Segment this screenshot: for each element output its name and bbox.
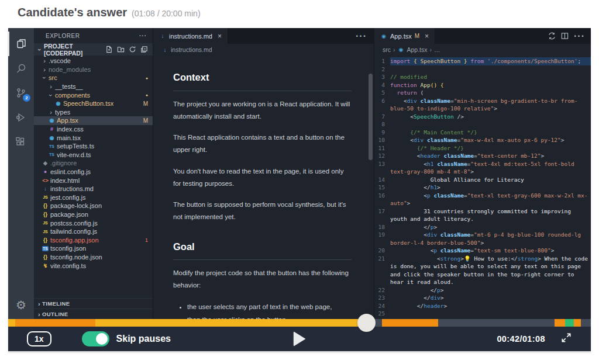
tab-instructions[interactable]: ↓ instructions.md ×: [153, 28, 228, 44]
file-item-index.css[interactable]: #index.css: [34, 125, 153, 134]
file-item-vite.config.ts[interactable]: ↯vite.config.ts: [34, 261, 153, 270]
file-item-App.tsx[interactable]: ◉App.tsxM: [34, 116, 153, 125]
search-icon[interactable]: [8, 56, 34, 81]
breadcrumb[interactable]: src› ◉ App.tsx› …: [374, 44, 591, 56]
file-item-instructions.md[interactable]: ↓instructions.md: [34, 185, 153, 193]
file-item-package-lock.json[interactable]: {}package-lock.json: [34, 202, 153, 210]
code-line-25: 25: [374, 310, 591, 318]
scrubber-handle[interactable]: [357, 314, 376, 332]
more-actions-icon[interactable]: ···: [574, 31, 585, 41]
code-text: </h1>: [390, 183, 591, 192]
chevron-down-icon: ›: [36, 47, 43, 53]
code-text: function App() {: [390, 81, 591, 89]
file-item-eslint.config.js[interactable]: ●eslint.config.js: [34, 168, 153, 176]
playback-speed-button[interactable]: 1x: [27, 331, 51, 346]
chevron-right-icon: ›: [48, 109, 54, 116]
tab-label: instructions.md: [169, 33, 212, 40]
code-line-14: 14 Global Alliance for Literacy: [374, 176, 591, 184]
file-item-tsconfig.app.json[interactable]: {}tsconfig.app.json1: [34, 235, 153, 244]
modified-dot-badge: ●: [146, 93, 148, 97]
file-item-setupTests.ts[interactable]: TSsetupTests.ts: [34, 142, 153, 151]
file-item-package.json[interactable]: {}package.json: [34, 210, 153, 219]
close-icon[interactable]: ×: [218, 32, 222, 40]
activity-segment: [565, 319, 574, 327]
project-section-header[interactable]: › PROJECT [CODERPAD]: [34, 43, 153, 56]
file-item-node_modules[interactable]: ›node_modules: [34, 65, 153, 74]
file-item-types[interactable]: ›types: [34, 108, 153, 117]
file-label: __tests__: [55, 83, 83, 90]
line-number: 8: [374, 120, 390, 129]
instructions-editor-pane: ↓ instructions.md × ··· ↓ instructions.m…: [153, 28, 374, 319]
file-item-src[interactable]: ›src●: [34, 74, 153, 82]
line-number: 19: [374, 231, 390, 247]
video-player: 2 ⚙ EXPLORER ··· › PROJECT [CODERPAD]: [8, 28, 591, 351]
source-control-icon[interactable]: 2: [8, 81, 34, 105]
timeline-section[interactable]: ›TIMELINE: [34, 298, 153, 308]
file-item-__tests__[interactable]: ›__tests__: [34, 82, 153, 91]
file-item-tsconfig.node.json[interactable]: {}tsconfig.node.json: [34, 253, 153, 262]
file-item-tsconfig.json[interactable]: TStsconfig.json: [34, 244, 153, 253]
outline-section[interactable]: ›OUTLINE: [34, 308, 153, 319]
file-item-jest.config.js[interactable]: JSjest.config.js: [34, 193, 153, 202]
activity-segment: [574, 319, 581, 327]
new-file-icon[interactable]: [105, 46, 113, 53]
sidebar-bottom-sections: ›TIMELINE ›OUTLINE: [34, 298, 153, 319]
tab-app[interactable]: ◉ App.tsx M ×: [374, 28, 435, 44]
file-item-.gitignore[interactable]: ◈.gitignore: [34, 159, 153, 168]
file-label: components: [55, 92, 90, 99]
code-text: return (: [390, 89, 591, 97]
file-label: package-lock.json: [50, 202, 102, 209]
fullscreen-icon[interactable]: [560, 332, 572, 346]
file-label: types: [55, 109, 70, 116]
explorer-more-icon[interactable]: ···: [139, 33, 147, 39]
file-item-main.tsx[interactable]: ◉main.tsx: [34, 133, 153, 142]
ts-file-icon: TS: [48, 152, 56, 157]
js-file-icon: JS: [42, 195, 49, 199]
open-changes-icon[interactable]: [548, 32, 556, 40]
close-icon[interactable]: ×: [425, 32, 429, 40]
explorer-icon[interactable]: [8, 32, 34, 56]
file-label: tsconfig.json: [50, 245, 86, 252]
file-item-tailwind.config.js[interactable]: JStailwind.config.js: [34, 227, 153, 236]
play-button[interactable]: [294, 331, 306, 346]
code-line-18: 18 </p>: [374, 223, 591, 231]
instructions-document: ContextThe project you are working on is…: [153, 56, 374, 319]
collapse-all-icon[interactable]: [140, 46, 148, 53]
code-editor[interactable]: 1import { SpeechButton } from './compone…: [374, 56, 591, 319]
activity-bar: 2 ⚙: [8, 28, 34, 319]
scrollbar-thumb[interactable]: [369, 74, 373, 160]
breadcrumb[interactable]: ↓ instructions.md: [153, 44, 374, 56]
code-line-19: 19 <div className="mt-6 p-4 bg-blue-100 …: [374, 231, 591, 247]
new-folder-icon[interactable]: [117, 46, 125, 53]
file-label: index.html: [50, 177, 80, 184]
activity-segment: [382, 319, 438, 327]
file-item-components[interactable]: ›components●: [34, 91, 153, 99]
code-text: <strong>💡 How to use:</strong> When the …: [390, 255, 591, 286]
react-file-icon: ◉: [380, 33, 387, 39]
skip-pauses-toggle[interactable]: [82, 331, 109, 346]
more-actions-icon[interactable]: ···: [356, 28, 374, 44]
code-text: Global Alliance for Literacy: [390, 176, 591, 184]
code-text: [390, 120, 591, 129]
code-line-15: 15 </h1>: [374, 183, 591, 192]
file-item-SpeechButton.tsx[interactable]: ◉SpeechButton.tsxM: [34, 99, 153, 108]
video-progress-bar[interactable]: [8, 319, 591, 327]
line-number: 3: [374, 73, 390, 81]
doc-paragraph: This React application contains a text a…: [173, 131, 352, 157]
extensions-icon[interactable]: [8, 130, 34, 154]
file-item-.vscode[interactable]: ›.vscode: [34, 57, 153, 65]
file-label: setupTests.ts: [57, 143, 94, 150]
code-text: <p className="text-xl text-gray-600 max-…: [390, 192, 591, 207]
refresh-icon[interactable]: [129, 46, 136, 53]
file-item-index.html[interactable]: <>index.html: [34, 176, 153, 185]
file-tree: ›.vscode›node_modules›src●›__tests__›com…: [34, 57, 153, 270]
js-file-icon: JS: [42, 221, 49, 225]
run-debug-icon[interactable]: [8, 105, 34, 130]
file-item-postcss.config.js[interactable]: JSpostcss.config.js: [34, 219, 153, 227]
file-item-vite-env.d.ts[interactable]: TSvite-env.d.ts: [34, 151, 153, 160]
settings-gear-icon[interactable]: ⚙: [8, 294, 34, 316]
split-editor-icon[interactable]: [561, 32, 569, 40]
instructions-tabbar: ↓ instructions.md × ···: [153, 28, 374, 44]
line-number: 5: [374, 89, 390, 97]
skip-pauses-control: Skip pauses: [82, 331, 171, 346]
